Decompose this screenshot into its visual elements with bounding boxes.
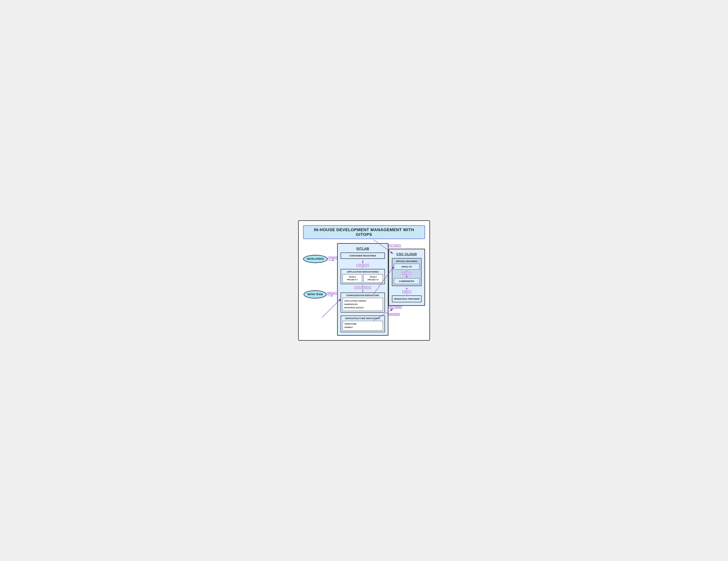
infra-item-2: ANSIBLE — [344, 326, 381, 329]
deploy-stem2 — [407, 275, 407, 276]
left-panel: DEVELOPERS COMMIT INFRA TEAM MANAGE — [303, 243, 337, 336]
cicd-artifacts-label: CI/CD ARTIFACTS — [355, 286, 371, 289]
deploy-stem1 — [407, 270, 407, 272]
app-repos-title: APPLICATION REPOSITORIES — [343, 271, 383, 273]
team-z-box: TEAM-ZPROJECT-A — [363, 274, 383, 282]
team-x-box: TEAM-XPROJECT-Y — [343, 274, 362, 282]
create-stem1 — [407, 289, 407, 291]
manage-arrow-line — [327, 296, 332, 296]
app-repos-wrapper: APPLICATION REPOSITORIES TEAM-XPROJECT-Y… — [341, 269, 385, 284]
team-z-label: TEAM-ZPROJECT-A — [368, 276, 379, 281]
app-repos-inner: TEAM-XPROJECT-Y TEAM-ZPROJECT-A — [343, 274, 383, 282]
commit-arrow-line — [328, 260, 333, 261]
pull-config-label: PULL CONFIG — [388, 306, 402, 309]
gitlab-box: GITLAB CONTAINER REGISTRIES CI/CD BUILD … — [337, 243, 388, 336]
manage-label: MANAGE — [327, 292, 337, 295]
spacer — [341, 313, 385, 316]
cicd-artifacts-arrow: CI/CD ARTIFACTS — [341, 285, 385, 292]
provision-label: PROVISION — [388, 313, 400, 316]
cicd-build-stem3 — [363, 267, 363, 268]
main-title: IN-HOUSE DEVELOPMENT MANAGEMENT WITH GIT… — [303, 225, 425, 239]
manage-arrow-tip — [332, 295, 333, 297]
cicd-build-stem1 — [363, 259, 363, 261]
deploy-arrow: DEPLOY — [394, 270, 420, 278]
manage-arrow — [327, 295, 333, 297]
infra-repo-inner: TERRAFORM ANSIBLE — [343, 321, 383, 331]
commit-label: COMMIT — [328, 257, 337, 259]
config-item-2: NAMESPACES — [344, 303, 381, 306]
container-registries-box: CONTAINER REGISTRIES — [341, 253, 385, 259]
vm-title: VIRTUAL MACHINES — [394, 260, 420, 262]
config-item-3: RESOURCE QUOTAS — [344, 306, 381, 309]
developers-section: DEVELOPERS COMMIT — [303, 255, 337, 263]
csc-box: CSC CLOUD VIRTUAL MACHINES ARGO CD DEPLO… — [388, 249, 425, 306]
infra-repo-title: INFRASTRUCTURE REPOSITORY — [343, 317, 383, 320]
artifacts-stem1 — [363, 285, 363, 286]
kubernetes-box: KUBERNETES — [394, 278, 420, 284]
argo-cd-box: ARGO CD — [394, 264, 420, 270]
commit-arrow-group: COMMIT — [328, 257, 337, 261]
config-repo-title: CONFIGURATION REPOSITORY — [343, 294, 383, 297]
vm-box: VIRTUAL MACHINES ARGO CD DEPLOY KUBERNET… — [392, 258, 422, 286]
manage-arrow-group: MANAGE — [327, 292, 337, 297]
infra-team-section: INFRA TEAM MANAGE — [304, 290, 337, 299]
commit-arrow-tip — [333, 260, 334, 261]
create-stem2 — [407, 293, 407, 295]
pull-config-row: PULL CONFIG — [388, 306, 425, 309]
pull-image-row: PULL IMAGE — [388, 245, 425, 247]
openstack-box: OPENSTACK PROVIDER — [392, 295, 422, 302]
diagram-container: IN-HOUSE DEVELOPMENT MANAGEMENT WITH GIT… — [298, 220, 430, 341]
commit-arrow — [328, 260, 334, 261]
infra-item-1: TERRAFORM — [344, 322, 381, 326]
pull-image-label: PULL IMAGE — [388, 245, 401, 247]
infra-team-oval: INFRA TEAM — [304, 290, 326, 299]
infra-repo-wrapper: INFRASTRUCTURE REPOSITORY TERRAFORM ANSI… — [341, 316, 385, 332]
csc-title: CSC CLOUD — [392, 252, 422, 256]
cicd-build-tip — [362, 261, 364, 262]
create-label: CREATE — [402, 291, 411, 293]
create-tip — [406, 288, 408, 289]
cicd-build-stem2 — [363, 262, 363, 264]
csc-column: PULL IMAGE CSC CLOUD VIRTUAL MACHINES AR… — [388, 243, 425, 336]
config-repo-inner: APPLICATION CONFIGS NAMESPACES RESOURCE … — [343, 298, 383, 311]
deploy-label: DEPLOY — [402, 272, 411, 275]
gitlab-title: GITLAB — [341, 247, 385, 250]
create-arrow: CREATE — [392, 288, 422, 295]
layout-row: DEVELOPERS COMMIT INFRA TEAM MANAGE — [303, 243, 425, 336]
config-repo-wrapper: CONFIGURATION REPOSITORY APPLICATION CON… — [341, 293, 385, 313]
artifacts-stem2 — [363, 289, 363, 291]
cicd-build-arrow: CI/CD BUILD — [341, 259, 385, 268]
developers-oval: DEVELOPERS — [303, 255, 328, 263]
provision-row: PROVISION — [388, 313, 425, 316]
artifacts-tip — [362, 291, 364, 292]
deploy-tip — [406, 276, 408, 278]
config-item-1: APPLICATION CONFIGS — [344, 299, 381, 303]
team-x-label: TEAM-XPROJECT-Y — [347, 276, 358, 281]
cicd-build-label: CI/CD BUILD — [357, 264, 369, 267]
